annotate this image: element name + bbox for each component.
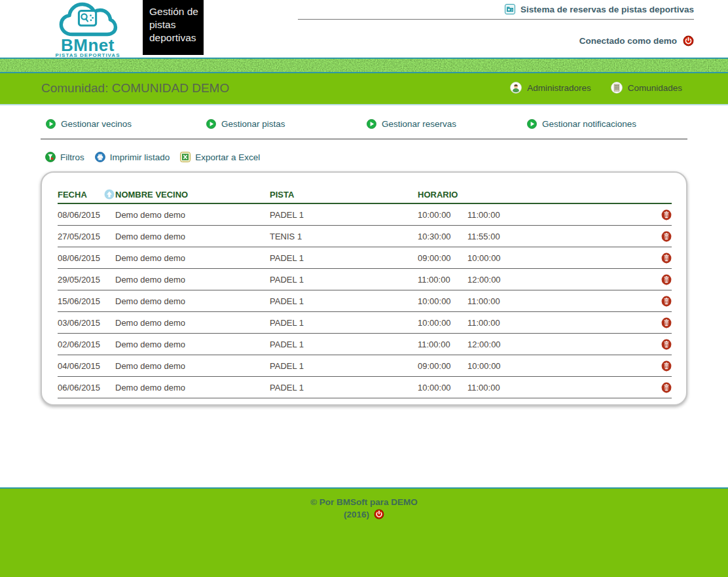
menu-label: Gestionar reservas — [382, 119, 456, 129]
system-title-row: Sistema de reservas de pistas deportivas — [505, 4, 694, 14]
table-row: 08/06/2015 Demo demo demo PADEL 1 09:00:… — [58, 247, 672, 269]
logout-power-icon[interactable] — [683, 35, 694, 46]
cell-hora-inicio: 09:00:00 — [418, 253, 467, 263]
sort-up-icon[interactable] — [104, 189, 115, 200]
menu-gestionar-reservas[interactable]: Gestionar reservas — [367, 119, 456, 129]
exportar-excel-button[interactable]: Exportar a Excel — [180, 152, 260, 162]
col-header-pista[interactable]: PISTA — [270, 190, 418, 200]
cell-fecha: 04/06/2015 — [58, 361, 104, 371]
cell-hora-inicio: 11:00:00 — [418, 275, 467, 285]
cell-nombre: Demo demo demo — [104, 275, 270, 285]
app-title-box: Gestión de pistas deportivas — [143, 0, 204, 55]
table-row: 06/06/2015 Demo demo demo PADEL 1 10:00:… — [58, 377, 672, 398]
trash-icon — [661, 209, 672, 220]
cell-nombre: Demo demo demo — [104, 253, 270, 263]
col-header-horario[interactable]: HORARIO — [418, 190, 467, 200]
trash-icon — [661, 317, 672, 328]
trash-icon — [661, 296, 672, 307]
table-row: 08/06/2015 Demo demo demo PADEL 1 10:00:… — [58, 204, 672, 226]
table-header: FECHA NOMBRE VECINO PISTA HORARIO — [58, 186, 672, 204]
delete-reservation-button[interactable] — [661, 274, 672, 285]
table-row: 15/06/2015 Demo demo demo PADEL 1 10:00:… — [58, 290, 672, 312]
cell-hora-fin: 12:00:00 — [467, 275, 661, 285]
footer-power-icon[interactable] — [374, 509, 384, 519]
menu-gestionar-pistas[interactable]: Gestionar pistas — [206, 119, 285, 129]
imprimir-label: Imprimir listado — [110, 152, 170, 162]
footer-line2: (2016) — [0, 509, 728, 519]
filtros-label: Filtros — [60, 152, 84, 162]
bmnet-logo[interactable]: BMnet PISTAS DEPORTIVAS — [54, 1, 122, 58]
cell-hora-fin: 12:00:00 — [467, 340, 661, 349]
menu-gestionar-vecinos[interactable]: Gestionar vecinos — [46, 119, 132, 129]
filter-icon — [45, 152, 56, 162]
administradores-label: Administradores — [527, 83, 591, 93]
administradores-link[interactable]: Administradores — [510, 82, 591, 94]
delete-reservation-button[interactable] — [661, 339, 672, 350]
cell-pista: TENIS 1 — [270, 232, 418, 241]
imprimir-listado-button[interactable]: Imprimir listado — [95, 152, 170, 162]
delete-reservation-button[interactable] — [661, 382, 672, 393]
footer-year: (2016) — [344, 510, 369, 519]
menu-gestionar-notificaciones[interactable]: Gestionar notificaciones — [527, 119, 636, 129]
cell-nombre: Demo demo demo — [104, 340, 270, 349]
cell-hora-fin: 10:00:00 — [467, 253, 661, 263]
cell-pista: PADEL 1 — [270, 383, 418, 393]
play-icon — [206, 119, 216, 129]
delete-reservation-button[interactable] — [661, 317, 672, 328]
comunidades-link[interactable]: Comunidades — [611, 82, 682, 94]
community-bar: Comunidad: COMUNIDAD DEMO Administradore… — [0, 73, 728, 105]
delete-reservation-button[interactable] — [661, 231, 672, 242]
cell-fecha: 08/06/2015 — [58, 210, 104, 220]
printer-icon — [95, 152, 105, 162]
cell-pista: PADEL 1 — [270, 296, 418, 306]
trash-icon — [661, 253, 672, 264]
cell-pista: PADEL 1 — [270, 210, 418, 220]
play-icon — [527, 119, 537, 129]
exportar-label: Exportar a Excel — [195, 152, 260, 162]
menu-label: Gestionar pistas — [221, 119, 285, 129]
cell-hora-fin: 11:00:00 — [467, 210, 661, 220]
cell-hora-inicio: 10:00:00 — [418, 210, 467, 220]
table-row: 29/05/2015 Demo demo demo PADEL 1 11:00:… — [58, 269, 672, 290]
community-title: Comunidad: COMUNIDAD DEMO — [41, 81, 229, 96]
menu-label: Gestionar vecinos — [61, 119, 132, 129]
cell-hora-fin: 11:55:00 — [467, 232, 661, 241]
comunidades-label: Comunidades — [628, 83, 682, 93]
cell-hora-inicio: 10:30:00 — [418, 232, 467, 241]
cell-hora-fin: 11:00:00 — [467, 318, 661, 328]
delete-reservation-button[interactable] — [661, 209, 672, 220]
page-footer: © Por BMSoft para DEMO (2016) — [0, 487, 728, 577]
footer-line1: © Por BMSoft para DEMO — [0, 497, 728, 507]
cell-nombre: Demo demo demo — [104, 296, 270, 306]
connected-text: Conectado como demo — [579, 36, 677, 46]
top-header: BMnet PISTAS DEPORTIVAS Gestión de pista… — [0, 0, 728, 58]
cell-hora-fin: 11:00:00 — [467, 296, 661, 306]
cell-hora-fin: 10:00:00 — [467, 361, 661, 371]
cell-nombre: Demo demo demo — [104, 361, 270, 371]
cell-fecha: 06/06/2015 — [58, 383, 104, 393]
table-row: 27/05/2015 Demo demo demo TENIS 1 10:30:… — [58, 226, 672, 247]
delete-reservation-button[interactable] — [661, 296, 672, 307]
person-icon — [510, 82, 522, 94]
cell-nombre: Demo demo demo — [104, 318, 270, 328]
table-row: 04/06/2015 Demo demo demo PADEL 1 09:00:… — [58, 355, 672, 377]
trash-icon — [661, 339, 672, 350]
delete-reservation-button[interactable] — [661, 253, 672, 264]
cell-pista: PADEL 1 — [270, 253, 418, 263]
filtros-button[interactable]: Filtros — [45, 152, 84, 162]
cell-fecha: 08/06/2015 — [58, 253, 104, 263]
play-icon — [367, 119, 376, 129]
logo-name: BMnet — [54, 38, 122, 52]
cell-fecha: 29/05/2015 — [58, 275, 104, 285]
cell-hora-inicio: 10:00:00 — [418, 383, 467, 393]
col-header-nombre[interactable]: NOMBRE VECINO — [104, 189, 270, 200]
cell-nombre: Demo demo demo — [104, 232, 270, 241]
delete-reservation-button[interactable] — [661, 360, 672, 372]
cell-fecha: 15/06/2015 — [58, 296, 104, 306]
cell-hora-inicio: 10:00:00 — [418, 318, 467, 328]
main-content: Gestionar vecinos Gestionar pistas Gesti… — [0, 105, 728, 487]
col-header-fecha[interactable]: FECHA — [58, 190, 104, 200]
cell-nombre: Demo demo demo — [104, 210, 270, 220]
actions-row: Filtros Imprimir listado Exportar a Exce… — [45, 152, 264, 162]
folder-icon — [505, 4, 515, 14]
